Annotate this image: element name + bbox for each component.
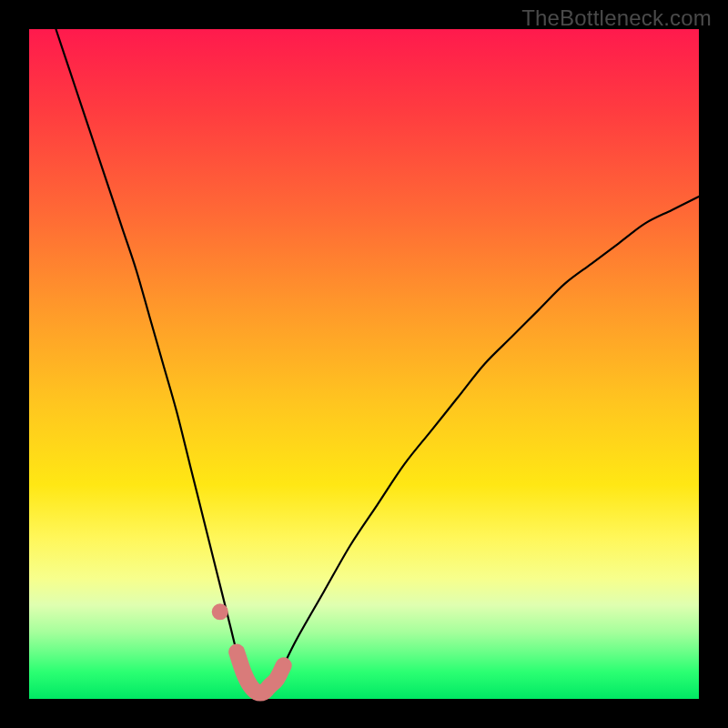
- watermark-text: TheBottleneck.com: [521, 5, 712, 31]
- chart-frame: TheBottleneck.com: [0, 0, 728, 728]
- highlight-dot: [212, 603, 228, 620]
- bottom-highlight-path: [237, 652, 284, 693]
- plot-area: [29, 29, 699, 699]
- bottleneck-curve-path: [56, 29, 699, 693]
- curve-svg: [29, 29, 699, 699]
